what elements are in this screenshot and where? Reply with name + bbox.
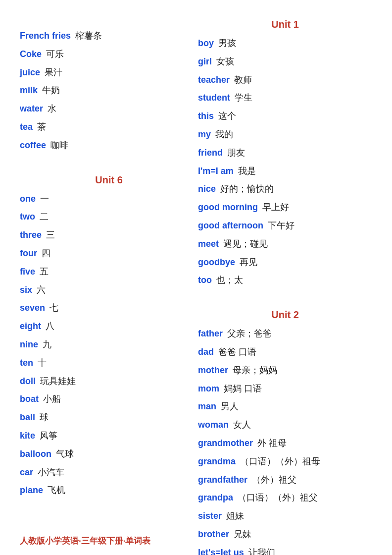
word-item: friend 朋友: [198, 146, 372, 160]
word-item: car 小汽车: [20, 465, 198, 480]
word-cn: 好的；愉快的: [218, 184, 274, 194]
word-en: doll: [20, 376, 36, 386]
word-item: father 父亲；爸爸: [198, 327, 372, 341]
word-en: goodbye: [198, 257, 235, 267]
word-cn: 学生: [232, 93, 252, 103]
word-item: woman 女人: [198, 418, 372, 432]
word-item: ball 球: [20, 410, 198, 425]
word-cn: 遇见；碰见: [221, 239, 268, 249]
word-item: man 男人: [198, 399, 372, 414]
word-en: mom: [198, 384, 219, 393]
word-en: nine: [20, 339, 38, 349]
word-en: girl: [198, 56, 212, 66]
word-cn: 早上好: [260, 202, 289, 212]
word-item: grandpa （口语）（外）祖父: [198, 491, 372, 505]
word-cn: 榨薯条: [73, 31, 102, 41]
word-en: student: [198, 93, 230, 103]
word-cn: 教师: [232, 75, 252, 85]
word-item: boat 小船: [20, 392, 198, 406]
word-item: ten 十: [20, 356, 198, 370]
word-cn: 水: [45, 104, 56, 113]
word-en: coffee: [20, 140, 46, 150]
word-cn: 朋友: [225, 148, 245, 158]
word-en: Coke: [20, 49, 42, 59]
word-en: this: [198, 111, 214, 121]
word-en: mother: [198, 365, 228, 375]
word-cn: 我是: [236, 166, 256, 176]
word-en: balloon: [20, 449, 51, 459]
word-item: juice 果汁: [20, 65, 198, 80]
word-cn: 妈妈 口语: [221, 384, 262, 393]
word-cn: 风筝: [37, 431, 57, 441]
unit1-words: boy 男孩girl 女孩teacher 教师student 学生this 这个…: [198, 36, 372, 287]
word-item: kite 风筝: [20, 429, 198, 443]
word-item: four 四: [20, 246, 198, 261]
word-item: eight 八: [20, 319, 198, 333]
word-cn: 小船: [41, 394, 61, 404]
word-item: good morning 早上好: [198, 200, 372, 215]
word-cn: 飞机: [45, 485, 65, 495]
word-cn: 三: [44, 230, 55, 240]
word-cn: 外 祖母: [255, 438, 287, 448]
word-en: nice: [198, 184, 216, 194]
word-en: French fries: [20, 31, 71, 41]
word-cn: 玩具娃娃: [38, 376, 76, 386]
unit2-words: father 父亲；爸爸dad 爸爸 口语mother 母亲；妈妈mom 妈妈 …: [198, 327, 372, 555]
word-en: seven: [20, 303, 45, 313]
word-item: nine 九: [20, 337, 198, 352]
word-item: doll 玩具娃娃: [20, 374, 198, 388]
word-item: grandma （口语）（外）祖母: [198, 454, 372, 469]
word-item: let's=let us 让我们: [198, 546, 372, 555]
word-cn: 一: [38, 194, 49, 204]
word-en: milk: [20, 85, 38, 95]
word-cn: 小汽车: [35, 467, 64, 477]
word-cn: 也；太: [214, 275, 243, 285]
word-item: girl 女孩: [198, 55, 372, 69]
word-cn: 兄妹: [231, 529, 251, 539]
word-cn: 咖啡: [48, 140, 68, 150]
word-en: car: [20, 467, 33, 477]
word-cn: 爸爸 口语: [216, 347, 256, 357]
word-en: good afternoon: [198, 221, 263, 230]
word-item: this 这个: [198, 109, 372, 123]
word-item: French fries 榨薯条: [20, 29, 198, 43]
word-cn: 母亲；妈妈: [230, 365, 277, 375]
word-cn: （口语）（外）祖母: [238, 456, 320, 466]
word-en: brother: [198, 529, 229, 539]
unit1-title: Unit 1: [198, 19, 372, 30]
word-item: seven 七: [20, 301, 198, 315]
word-cn: 这个: [216, 111, 236, 121]
word-cn: 球: [37, 412, 49, 422]
word-cn: 四: [39, 248, 50, 258]
word-item: coffee 咖啡: [20, 138, 198, 153]
word-en: ball: [20, 412, 35, 422]
word-en: meet: [198, 239, 219, 249]
word-cn: （口语）（外）祖父: [235, 493, 318, 502]
word-en: friend: [198, 148, 223, 158]
word-item: balloon 气球: [20, 447, 198, 461]
word-item: mother 母亲；妈妈: [198, 363, 372, 378]
word-cn: 九: [40, 339, 51, 349]
word-cn: 男孩: [216, 38, 236, 48]
word-cn: 姐妹: [224, 511, 244, 521]
word-en: too: [198, 275, 212, 285]
word-en: sister: [198, 511, 222, 521]
word-item: water 水: [20, 102, 198, 116]
word-en: good morning: [198, 202, 258, 212]
word-en: grandfather: [198, 475, 247, 485]
word-cn: 父亲；爸爸: [225, 329, 272, 338]
word-en: kite: [20, 431, 35, 441]
word-item: five 五: [20, 265, 198, 279]
word-cn: 再见: [237, 257, 257, 267]
word-item: brother 兄妹: [198, 527, 372, 542]
word-item: I'm=I am 我是: [198, 164, 372, 178]
word-en: boat: [20, 394, 39, 404]
word-cn: 七: [47, 303, 58, 313]
word-en: boy: [198, 38, 214, 48]
word-item: milk 牛奶: [20, 83, 198, 98]
word-en: man: [198, 401, 216, 411]
word-item: my 我的: [198, 127, 372, 142]
word-cn: 男人: [218, 401, 239, 411]
word-en: juice: [20, 67, 40, 77]
word-en: ten: [20, 358, 33, 368]
